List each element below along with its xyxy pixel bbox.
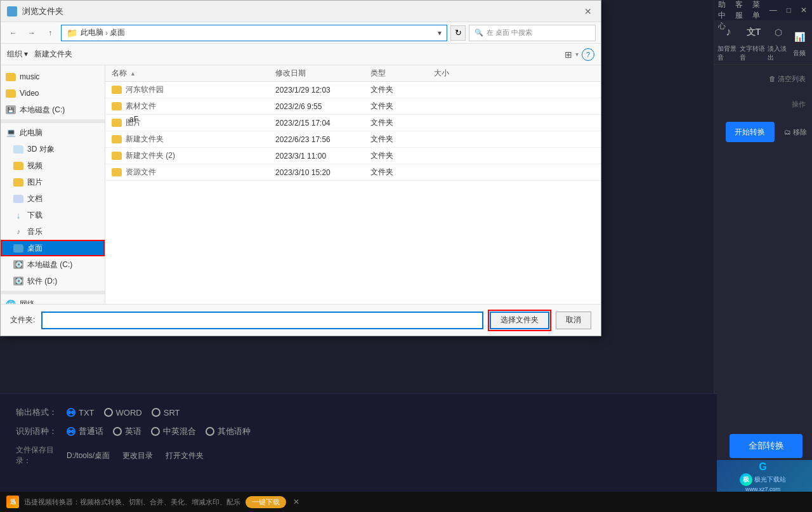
address-bar[interactable]: 📁 此电脑 › 桌面 ▾ (61, 25, 447, 41)
file-list: 名称 ▲ 修改日期 类型 大小 河东软件园 2023/1/29 12:03 文件… (105, 65, 601, 304)
logo-icon: 极 (740, 473, 752, 486)
folder-desktop-icon (13, 244, 23, 253)
back-btn[interactable]: ← (6, 25, 21, 41)
dialog-title-icon (7, 6, 17, 16)
search-placeholder-text: 在 桌面 中搜索 (487, 28, 532, 37)
tts-label: 文字转语音 (740, 44, 768, 62)
format-txt-radio[interactable] (67, 408, 75, 417)
view-chevron[interactable]: ▾ (575, 51, 579, 58)
lang-other[interactable]: 其他语种 (206, 426, 251, 437)
folder-input[interactable] (41, 312, 483, 329)
audio-btn[interactable]: 📊 音频 (790, 27, 809, 58)
format-word[interactable]: WORD (104, 408, 142, 417)
sidebar-item-desktop[interactable]: 桌面 (1, 240, 105, 256)
service-btn[interactable]: 客服 (735, 0, 743, 21)
lang-english-radio[interactable] (113, 427, 122, 436)
close-app-btn[interactable]: ✕ (801, 6, 807, 15)
file-date-5: 2023/3/10 15:20 (270, 168, 365, 177)
sidebar-item-localc2[interactable]: 💽 本地磁盘 (C:) (1, 256, 105, 273)
fade-icon: ⬡ (769, 23, 788, 42)
remove-btn[interactable]: 🗂 移除 (784, 128, 807, 137)
format-srt[interactable]: SRT (152, 408, 180, 417)
open-folder-btn[interactable]: 打开文件夹 (166, 450, 204, 461)
file-type-4: 文件夹 (365, 150, 429, 161)
format-txt[interactable]: TXT (67, 408, 95, 417)
format-srt-label: SRT (164, 408, 180, 417)
view-toggle-btn[interactable]: ⊞ (565, 49, 572, 60)
lang-other-radio[interactable] (206, 427, 214, 436)
sidebar-video-label: Video (20, 89, 39, 98)
col-header-date: 修改日期 (270, 68, 365, 79)
file-row-2[interactable]: 图片 2023/2/15 17:04 文件夹 (105, 115, 601, 131)
breadcrumb-desktop[interactable]: 桌面 (110, 27, 125, 38)
sidebar-item-music2[interactable]: ♪ 音乐 (1, 223, 105, 240)
format-word-radio[interactable] (104, 408, 113, 417)
sidebar-item-docs[interactable]: 文档 (1, 190, 105, 207)
format-srt-radio[interactable] (152, 408, 160, 417)
right-logo: G 极 极光下载站 www.xz7.com (714, 460, 812, 492)
right-toolbar: ♪ 加背景音 文T 文字转语音 ⬡ 淡入淡出 📊 音频 (714, 20, 812, 65)
sidebar-item-network[interactable]: 🌐 网络 (1, 296, 105, 304)
convert-all-btn[interactable]: 全部转换 (730, 434, 802, 458)
dialog-actions-bar: 组织 ▾ 新建文件夹 ⊞ ▾ ? (1, 44, 601, 65)
file-row-5[interactable]: 资源文件 2023/3/10 15:20 文件夹 (105, 164, 601, 181)
start-convert-btn[interactable]: 开始转换 (726, 122, 775, 142)
cancel-btn[interactable]: 取消 (556, 312, 591, 329)
fade-btn[interactable]: ⬡ 淡入淡出 (768, 23, 790, 62)
tts-btn[interactable]: 文T 文字转语音 (740, 23, 768, 62)
breadcrumb-computer[interactable]: 此电脑 (81, 27, 103, 38)
address-dropdown-btn[interactable]: ▾ (438, 29, 442, 37)
save-path-row: 文件保存目录： D:/tools/桌面 更改目录 打开文件夹 (16, 445, 701, 466)
af-badge: aF (129, 115, 138, 124)
sidebar-item-pictures[interactable]: 图片 (1, 174, 105, 190)
file-row-3[interactable]: 新建文件夹 2022/6/23 17:56 文件夹 (105, 131, 601, 148)
up-btn[interactable]: ↑ (43, 25, 58, 41)
dialog-close-btn[interactable]: ✕ (582, 5, 594, 18)
file-row-0[interactable]: 河东软件园 2023/1/29 12:03 文件夹 (105, 82, 601, 98)
bottom-bar-close-btn[interactable]: ✕ (293, 497, 299, 506)
folder-label: 文件夹: (10, 315, 35, 325)
file-date-3: 2022/6/23 17:56 (270, 135, 365, 144)
new-folder-btn[interactable]: 新建文件夹 (34, 49, 72, 60)
change-dir-btn[interactable]: 更改目录 (122, 450, 153, 461)
sidebar-item-video[interactable]: Video (1, 85, 105, 102)
sidebar-downloads-label: 下载 (27, 210, 43, 221)
language-label: 识别语种： (16, 426, 67, 437)
sidebar-item-3d[interactable]: 3D 对象 (1, 141, 105, 157)
sidebar-item-softd[interactable]: 💽 软件 (D:) (1, 273, 105, 289)
file-row-4[interactable]: 新建文件夹 (2) 2023/3/1 11:00 文件夹 (105, 148, 601, 164)
lang-mixed[interactable]: 中英混合 (151, 426, 196, 437)
col-header-size: 大小 (429, 68, 480, 79)
sidebar-item-mypc[interactable]: 💻 此电脑 (1, 124, 105, 141)
one-click-download-btn[interactable]: 一键下载 (246, 496, 286, 508)
menu-btn[interactable]: 菜单 (752, 0, 760, 21)
bg-music-btn[interactable]: ♪ 加背景音 (717, 23, 740, 62)
breadcrumb-sep: › (105, 29, 108, 37)
help-btn[interactable]: ? (582, 48, 594, 61)
sidebar-item-localc[interactable]: 💾 本地磁盘 (C:) (1, 102, 105, 118)
sidebar-item-downloads[interactable]: ↓ 下载 (1, 207, 105, 223)
format-txt-label: TXT (79, 408, 95, 417)
sidebar-item-music[interactable]: music (1, 69, 105, 85)
organize-btn[interactable]: 组织 ▾ (7, 49, 28, 60)
audio-label: 音频 (793, 49, 806, 58)
lang-mixed-radio[interactable] (151, 427, 160, 436)
lang-mandarin[interactable]: 普通话 (67, 426, 103, 437)
file-row-1[interactable]: 素材文件 2023/2/6 9:55 文件夹 (105, 98, 601, 115)
search-bar[interactable]: 🔍 在 桌面 中搜索 (469, 25, 596, 41)
folder-icon-2 (112, 119, 122, 127)
sidebar-item-videos[interactable]: 视频 (1, 157, 105, 174)
lang-english[interactable]: 英语 (113, 426, 141, 437)
clear-list-btn[interactable]: 🗑 清空列表 (714, 65, 812, 87)
logo-site-label: 极光下载站 (754, 475, 786, 484)
search-icon: 🔍 (475, 29, 483, 37)
forward-btn[interactable]: → (24, 25, 39, 41)
select-folder-btn[interactable]: 选择文件夹 (490, 312, 549, 329)
minimize-btn[interactable]: — (769, 6, 777, 15)
refresh-btn[interactable]: ↻ (450, 25, 466, 41)
sidebar: music Video 💾 本地磁盘 (C:) 💻 此电脑 3D 对象 (1, 65, 105, 304)
lang-mandarin-radio[interactable] (67, 427, 75, 436)
maximize-btn[interactable]: □ (787, 6, 791, 15)
col-header-type: 类型 (365, 68, 429, 79)
app-logo-icon: 迅 (6, 496, 19, 508)
